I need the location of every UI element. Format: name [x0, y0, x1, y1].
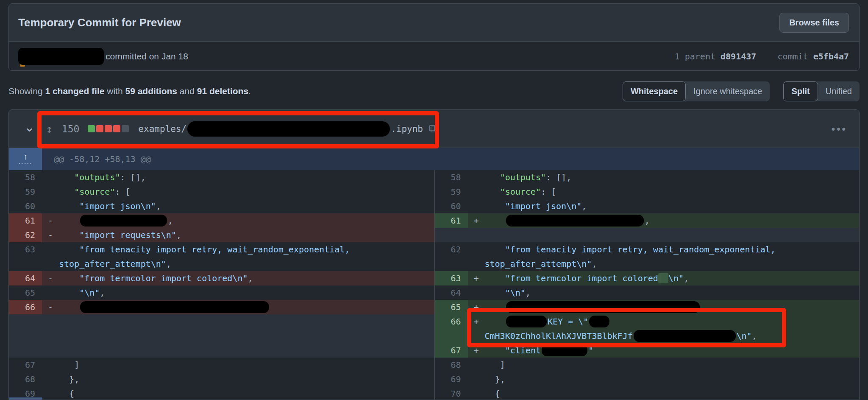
expand-hunk-button-partial[interactable] [9, 397, 42, 400]
code-segment: "from tenacity import retry, wait_random… [485, 244, 781, 269]
filename-redaction [187, 121, 390, 137]
file-path-prefix: examples/ [138, 124, 186, 134]
code-segment: KEY = \" [548, 316, 588, 327]
line-number[interactable]: 60 [435, 199, 468, 213]
line-number[interactable]: 59 [9, 185, 42, 199]
commit-title: Temporary Commit for Preview [18, 16, 181, 29]
code-text: "\n", [485, 285, 860, 300]
committer-name-redaction [18, 48, 104, 65]
line-number[interactable]: 64 [9, 271, 42, 285]
line-number[interactable]: 70 [435, 386, 468, 400]
commit-header-card: Temporary Commit for Preview Browse file… [8, 3, 860, 71]
code-segment: , [701, 302, 706, 312]
diff-sign [468, 185, 485, 199]
code-segment: "outputs" [500, 172, 546, 182]
line-number[interactable]: 66 [9, 300, 42, 314]
line-number[interactable]: 63 [435, 271, 468, 285]
code-text: "source": [ [485, 185, 860, 199]
redaction-bar [506, 301, 700, 313]
diff-summary-row: Showing 1 changed file with 59 additions… [8, 81, 860, 101]
line-number[interactable]: 59 [435, 185, 468, 199]
code-text: "outputs": [], [59, 170, 434, 185]
redaction-bar [589, 316, 609, 327]
code-segment: , [645, 215, 650, 226]
diff-line: 58 "outputs": [], [9, 170, 434, 185]
diff-line: 60 "import json\n", [9, 199, 434, 213]
file-diff-card: ⌄ ↕ 150 examples/ .ipynb ⧉ ••• ↑ ····· @… [8, 109, 860, 400]
diff-line: 69 { [9, 386, 434, 400]
committer-row: committed on Jan 18 1 parent d891437 com… [9, 42, 859, 71]
code-segment: "import json\n" [505, 201, 582, 211]
code-text: , [485, 300, 860, 314]
line-number[interactable]: 68 [9, 372, 42, 386]
line-number[interactable]: 69 [435, 372, 468, 386]
code-segment: "import requests\n" [79, 230, 176, 240]
line-number[interactable]: 67 [9, 358, 42, 372]
unified-view-button[interactable]: Unified [818, 81, 860, 101]
code-text: "outputs": [], [485, 170, 860, 185]
line-number[interactable]: 60 [9, 199, 42, 213]
copy-icon[interactable]: ⧉ [429, 122, 437, 135]
line-number[interactable]: 65 [435, 300, 468, 314]
code-segment [485, 201, 505, 211]
diffstat-square-del [113, 125, 120, 132]
diff-line: 65+ , [435, 300, 860, 314]
diffstat-square-add [88, 125, 95, 132]
line-number[interactable]: 58 [9, 170, 42, 185]
line-number[interactable]: 62 [9, 228, 42, 242]
chevron-down-icon[interactable]: ⌄ [24, 121, 35, 134]
code-segment: , [248, 273, 253, 283]
code-segment [59, 288, 79, 298]
browse-files-button[interactable]: Browse files [779, 13, 849, 33]
whitespace-button[interactable]: Whitespace [623, 81, 686, 101]
line-number[interactable]: 62 [435, 242, 468, 271]
code-segment: : [], [546, 172, 571, 182]
code-segment: "from termcolor import colored\n" [79, 273, 248, 283]
diff-line: 66+ KEY = \" CmH3K0zChholKlAhXJVBT3BlbkF… [435, 314, 860, 343]
redaction-bar [80, 301, 269, 313]
code-text: KEY = \" CmH3K0zChholKlAhXJVBT3BlbkFJf\n… [485, 314, 860, 343]
kebab-menu-icon[interactable]: ••• [832, 123, 847, 135]
line-number[interactable]: 61 [435, 213, 468, 228]
commit-sha: e5fb4a7 [813, 51, 849, 62]
diff-sign [468, 358, 485, 372]
line-number[interactable]: 66 [435, 314, 468, 343]
line-number[interactable]: 64 [435, 285, 468, 300]
line-number[interactable]: 63 [9, 242, 42, 271]
diff-line: 61+ , [435, 213, 860, 228]
drag-handle-icon[interactable]: ↕ [46, 123, 53, 135]
diff-line: 60 "import json\n", [435, 199, 860, 213]
diff-sign [42, 170, 59, 185]
ignore-whitespace-button[interactable]: Ignore whitespace [686, 81, 770, 101]
code-segment: , [176, 230, 181, 240]
diff-pane-old: 58 "outputs": [],59 "source": [60 "impor… [9, 170, 434, 400]
file-path[interactable]: examples/ .ipynb [138, 121, 423, 137]
diff-sign: + [468, 343, 485, 358]
code-segment [59, 244, 79, 255]
diff-line: 69 }, [435, 372, 860, 386]
redaction-bar [80, 215, 167, 227]
line-number[interactable]: 65 [9, 285, 42, 300]
diff-sign [42, 386, 59, 400]
code-text: "import requests\n", [59, 228, 434, 242]
diff-line: 58 "outputs": [], [435, 170, 860, 185]
commit-label: commit [777, 51, 808, 62]
line-number[interactable]: 58 [435, 170, 468, 185]
code-segment: : [ [541, 187, 556, 197]
diff-sign [42, 199, 59, 213]
line-number[interactable]: 67 [435, 343, 468, 358]
line-number[interactable]: 68 [435, 358, 468, 372]
code-text: "from tenacity import retry, wait_random… [59, 242, 434, 271]
code-segment [485, 316, 505, 327]
code-text: ] [485, 358, 860, 372]
code-segment: "import json\n" [79, 201, 156, 211]
parent-sha-link[interactable]: d891437 [721, 51, 756, 62]
redaction-bar [542, 344, 587, 356]
diff-sign [468, 285, 485, 300]
diff-sign [42, 185, 59, 199]
split-view-button[interactable]: Split [783, 81, 818, 101]
diff-line: 68 ] [435, 358, 860, 372]
line-number[interactable]: 61 [9, 213, 42, 228]
expand-hunk-button[interactable]: ↑ ····· [9, 148, 42, 170]
diff-sign [42, 285, 59, 300]
